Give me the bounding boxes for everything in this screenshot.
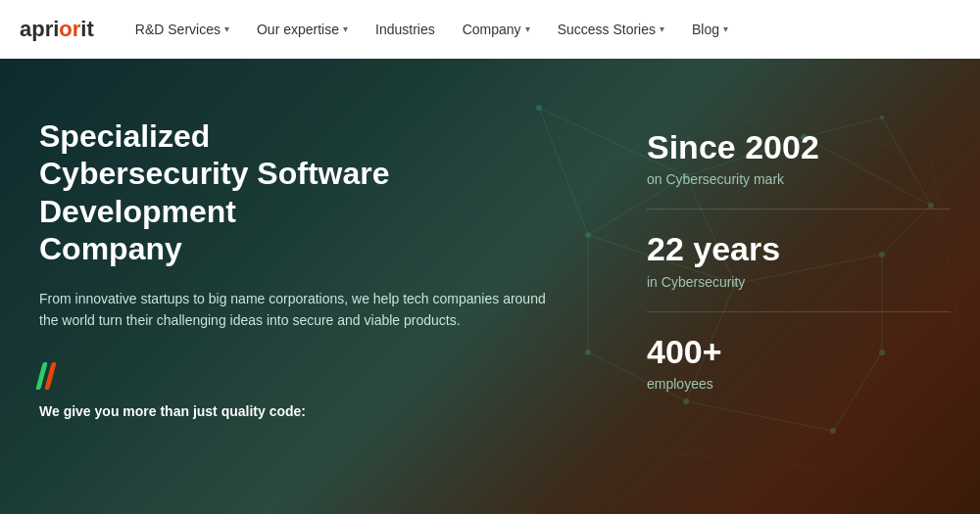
- navbar: apriorit R&D Services ▾ Our expertise ▾ …: [0, 0, 980, 59]
- double-slash-icon: [39, 362, 53, 390]
- stat-block-2: 400+ employees: [647, 312, 951, 413]
- stat-label-0: on Cybersecurity mark: [647, 171, 951, 187]
- nav-label-success-stories: Success Stories: [558, 22, 656, 37]
- hero-heading: Specialized Cybersecurity Software Devel…: [39, 117, 588, 268]
- nav-label-our-expertise: Our expertise: [257, 22, 339, 37]
- nav-label-blog: Blog: [692, 22, 719, 37]
- hero-icon-bar: [39, 362, 588, 390]
- stat-label-2: employees: [647, 376, 951, 392]
- hero-heading-line3: Company: [39, 231, 182, 266]
- stat-number-2: 400+: [647, 334, 951, 370]
- hero-tagline: We give you more than just quality code:: [39, 403, 588, 419]
- hero-content-left: Specialized Cybersecurity Software Devel…: [0, 59, 627, 514]
- nav-label-industries: Industries: [375, 22, 435, 37]
- hero-section: Specialized Cybersecurity Software Devel…: [0, 59, 980, 514]
- nav-item-success-stories[interactable]: Success Stories ▾: [546, 14, 676, 45]
- stat-block-0: Since 2002 on Cybersecurity mark: [647, 108, 951, 210]
- hero-subtext: From innovative startups to big name cor…: [39, 288, 549, 332]
- hero-heading-line2: Cybersecurity Software Development: [39, 156, 389, 228]
- chevron-down-icon: ▾: [525, 23, 530, 34]
- logo-or: or: [59, 17, 80, 41]
- nav-item-industries[interactable]: Industries: [364, 14, 447, 45]
- chevron-down-icon: ▾: [660, 23, 664, 34]
- nav-label-rd-services: R&D Services: [135, 22, 220, 37]
- chevron-down-icon: ▾: [224, 23, 229, 34]
- nav-label-company: Company: [463, 22, 521, 37]
- chevron-down-icon: ▾: [723, 23, 728, 34]
- nav-item-blog[interactable]: Blog ▾: [680, 14, 740, 45]
- stat-number-0: Since 2002: [647, 129, 951, 165]
- chevron-down-icon: ▾: [343, 23, 348, 34]
- hero-heading-line1: Specialized: [39, 118, 210, 154]
- hero-stats-panel: Since 2002 on Cybersecurity mark 22 year…: [627, 59, 980, 514]
- stat-label-1: in Cybersecurity: [647, 274, 951, 290]
- nav-menu: R&D Services ▾ Our expertise ▾ Industrie…: [123, 14, 740, 45]
- nav-item-rd-services[interactable]: R&D Services ▾: [123, 14, 241, 45]
- logo[interactable]: apriorit: [20, 17, 94, 42]
- stat-number-1: 22 years: [647, 231, 951, 267]
- logo-it: it: [80, 17, 93, 41]
- stat-block-1: 22 years in Cybersecurity: [647, 210, 951, 311]
- logo-apri: apri: [20, 17, 59, 41]
- nav-item-company[interactable]: Company ▾: [451, 14, 542, 45]
- nav-item-our-expertise[interactable]: Our expertise ▾: [245, 14, 360, 45]
